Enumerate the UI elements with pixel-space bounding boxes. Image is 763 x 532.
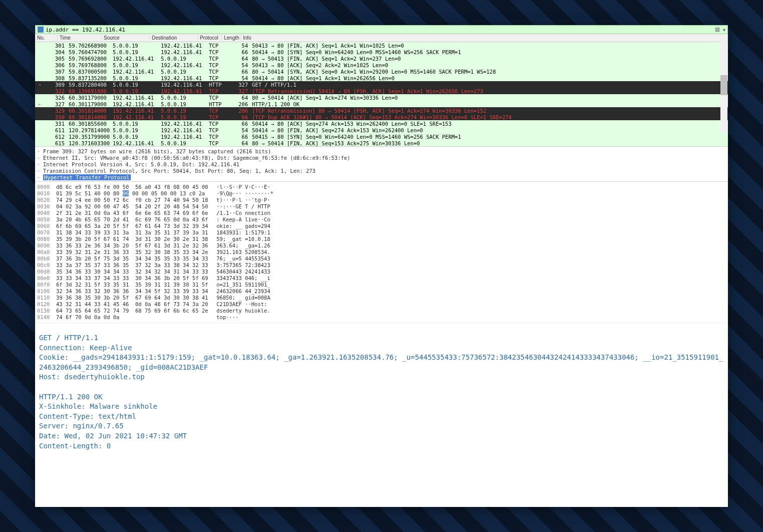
expand-icon[interactable]: › <box>37 168 41 173</box>
scrollbar-thumb[interactable] <box>720 75 727 95</box>
col-header-time[interactable]: Time <box>58 35 102 41</box>
expand-icon[interactable]: › <box>37 175 41 180</box>
detail-line[interactable]: ›Frame 309: 327 bytes on wire (2616 bits… <box>37 148 726 154</box>
packet-row[interactable]: 30759.837000500192.42.116.415.0.0.19TCP6… <box>35 68 728 75</box>
col-header-length[interactable]: Length <box>222 35 241 41</box>
packet-row[interactable]: 33060.301814000192.42.116.415.0.0.19TCP6… <box>35 114 728 120</box>
col-header-protocol[interactable]: Protocol <box>198 35 222 41</box>
detail-line[interactable]: ›Transmission Control Protocol, Src Port… <box>37 167 726 174</box>
stream-line: Server: nginx/0.7.65 <box>39 421 724 431</box>
packet-row[interactable]: 615120.371603300192.42.116.415.0.0.19TCP… <box>35 140 728 146</box>
packet-row[interactable]: 32260.1396918005.0.0.19192.42.116.41TCP3… <box>35 88 728 94</box>
follow-stream-pane[interactable]: GET / HTTP/1.1Connection: Keep-AliveCook… <box>35 323 728 507</box>
display-filter-bar[interactable]: ip.addr == 192.42.116.41 ⊠ ▾ <box>35 25 728 34</box>
stream-line: Connection: Keep-Alive <box>39 343 724 353</box>
stream-line: Host: dsedertyhuiokle.top <box>39 372 724 382</box>
col-header-destination[interactable]: Destination <box>150 35 198 41</box>
col-header-source[interactable]: Source <box>102 35 150 41</box>
stream-line: Content-Type: text/html <box>39 412 724 422</box>
wireshark-window: ip.addr == 192.42.116.41 ⊠ ▾ No. Time So… <box>35 25 728 507</box>
packet-row[interactable]: 30659.7697688005.0.0.19192.42.116.41TCP5… <box>35 62 728 68</box>
filter-dropdown-icon[interactable]: ▾ <box>723 27 725 33</box>
stream-line: HTTP/1.1 200 OK <box>39 392 724 402</box>
packet-row[interactable]: 32960.301814000192.42.116.415.0.0.19TCP2… <box>35 107 728 114</box>
packet-details-pane[interactable]: ›Frame 309: 327 bytes on wire (2616 bits… <box>35 146 728 181</box>
detail-line[interactable]: ›Ethernet II, Src: VMware_a0:43:f8 (00:5… <box>37 154 726 161</box>
hex-dump-pane[interactable]: 0000001000200030004000500060007000800090… <box>35 181 728 323</box>
stream-line: GET / HTTP/1.1 <box>39 333 724 343</box>
expand-icon[interactable]: › <box>37 162 41 167</box>
col-header-no[interactable]: No. <box>35 35 58 41</box>
packet-row[interactable]: ←32760.301179000192.42.116.415.0.0.19HTT… <box>35 101 728 107</box>
packet-row[interactable]: 612120.3517990005.0.0.19192.42.116.41TCP… <box>35 133 728 140</box>
packet-row[interactable]: 30459.7604747005.0.0.19192.42.116.41TCP6… <box>35 49 728 55</box>
packet-list-header: No. Time Source Destination Protocol Len… <box>35 34 728 42</box>
stream-line <box>39 382 724 392</box>
packet-list[interactable]: 30159.7026689005.0.0.19192.42.116.41TCP5… <box>35 42 728 146</box>
stream-line: X-Sinkhole: Malware sinkhole <box>39 402 724 412</box>
expand-icon[interactable]: › <box>37 149 41 154</box>
packet-row[interactable]: 33160.3018556005.0.0.19192.42.116.41TCP6… <box>35 120 728 127</box>
col-header-info[interactable]: Info <box>241 35 728 41</box>
packet-row[interactable]: →30959.8372804005.0.0.19192.42.116.41HTT… <box>35 81 728 88</box>
packet-row[interactable]: 611120.2978140005.0.0.19192.42.116.41TCP… <box>35 127 728 133</box>
packet-row[interactable]: 30159.7026689005.0.0.19192.42.116.41TCP5… <box>35 42 728 49</box>
detail-line[interactable]: ›Internet Protocol Version 4, Src: 5.0.0… <box>37 161 726 167</box>
packet-row[interactable]: 30859.8371352005.0.0.19192.42.116.41TCP5… <box>35 75 728 81</box>
expand-icon[interactable]: › <box>37 155 41 160</box>
detail-hypertext[interactable]: › Hypertext Transfer Protocol <box>37 174 726 180</box>
packet-row[interactable]: 30559.769692800192.42.116.415.0.0.19TCP6… <box>35 55 728 62</box>
packet-row[interactable]: 32660.301179000192.42.116.415.0.0.19TCP6… <box>35 94 728 101</box>
stream-line: Cookie: __gads=2941843931:1:5179:159; _g… <box>39 353 724 372</box>
bookmark-icon[interactable] <box>38 27 44 33</box>
stream-line: Date: Wed, 02 Jun 2021 10:47:32 GMT <box>39 431 724 441</box>
filter-input[interactable]: ip.addr == 192.42.116.41 <box>46 27 713 33</box>
clear-filter-icon[interactable]: ⊠ <box>715 26 720 33</box>
stream-line: Content-Length: 0 <box>39 441 724 451</box>
